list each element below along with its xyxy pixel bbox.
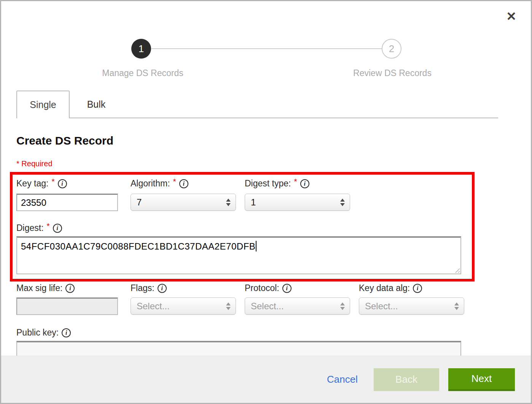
flags-select[interactable]: Select... — [131, 297, 236, 315]
digest-info-icon[interactable]: i — [53, 224, 62, 233]
flags-label: Flags: i — [131, 283, 167, 293]
step-2-indicator: 2 — [382, 39, 401, 59]
key-data-alg-select[interactable]: Select... — [359, 297, 464, 315]
stepper-connector-line — [151, 48, 382, 49]
step-1-indicator: 1 — [131, 39, 151, 59]
max-sig-life-info-icon[interactable]: i — [65, 284, 75, 293]
flags-label-text: Flags: — [131, 283, 155, 293]
algorithm-select[interactable]: 7 — [131, 194, 236, 211]
digest-type-required-star: * — [294, 177, 297, 186]
key-tag-required-star: * — [51, 177, 54, 186]
flags-select-value: Select... — [137, 301, 170, 312]
digest-required-star: * — [47, 221, 50, 231]
step-1-label: Manage DS Records — [82, 68, 204, 78]
digest-label-text: Digest: — [16, 223, 44, 233]
protocol-select[interactable]: Select... — [245, 297, 350, 315]
key-data-alg-select-value: Select... — [365, 301, 398, 312]
protocol-select-value: Select... — [251, 301, 284, 312]
back-button[interactable]: Back — [374, 368, 439, 391]
cancel-button[interactable]: Cancel — [327, 374, 358, 385]
algorithm-required-star: * — [173, 177, 176, 186]
modal-footer: Cancel Back Next — [1, 356, 531, 403]
algorithm-info-icon[interactable]: i — [179, 179, 188, 188]
max-sig-life-input[interactable] — [16, 297, 118, 315]
max-sig-life-label-text: Max sig life: — [16, 283, 62, 293]
key-tag-label-text: Key tag: — [16, 178, 48, 189]
flags-info-icon[interactable]: i — [158, 284, 167, 293]
digest-value: 54FCF030AA1C79C0088FDEC1BD1C37DAA2E70DFB — [21, 241, 255, 251]
protocol-label: Protocol: i — [245, 283, 291, 293]
public-key-info-icon[interactable]: i — [62, 328, 71, 337]
algorithm-select-value: 7 — [137, 197, 142, 208]
protocol-label-text: Protocol: — [245, 283, 279, 293]
algorithm-label: Algorithm: * i — [131, 178, 188, 189]
key-data-alg-label: Key data alg: i — [359, 283, 422, 293]
resize-handle[interactable] — [453, 266, 460, 273]
key-tag-label: Key tag: * i — [16, 178, 67, 189]
next-button[interactable]: Next — [448, 368, 515, 391]
close-icon[interactable]: ✕ — [506, 10, 516, 22]
tab-underline — [70, 118, 498, 118]
key-data-alg-label-text: Key data alg: — [359, 283, 410, 293]
key-tag-info-icon[interactable]: i — [58, 179, 67, 188]
page-title: Create DS Record — [16, 134, 113, 147]
digest-textarea[interactable]: 54FCF030AA1C79C0088FDEC1BD1C37DAA2E70DFB — [16, 236, 461, 274]
protocol-info-icon[interactable]: i — [282, 284, 291, 293]
key-tag-input[interactable] — [16, 194, 118, 211]
max-sig-life-label: Max sig life: i — [16, 283, 75, 293]
required-note: * Required — [16, 159, 53, 168]
digest-type-info-icon[interactable]: i — [300, 179, 309, 188]
select-arrows-icon — [226, 199, 231, 206]
digest-label: Digest: * i — [16, 223, 62, 233]
digest-type-select[interactable]: 1 — [245, 194, 350, 211]
tab-single[interactable]: Single — [16, 91, 70, 118]
public-key-label-text: Public key: — [16, 328, 59, 338]
select-arrows-icon — [340, 302, 345, 310]
key-data-alg-info-icon[interactable]: i — [413, 284, 422, 293]
select-arrows-icon — [454, 302, 459, 310]
select-arrows-icon — [340, 199, 345, 206]
algorithm-label-text: Algorithm: — [131, 178, 170, 189]
digest-type-label-text: Digest type: — [245, 178, 291, 189]
public-key-label: Public key: i — [16, 328, 71, 338]
digest-type-label: Digest type: * i — [245, 178, 309, 189]
create-ds-record-modal: ✕ 1 2 Manage DS Records Review DS Record… — [0, 0, 532, 404]
digest-type-select-value: 1 — [251, 197, 256, 208]
select-arrows-icon — [226, 302, 231, 310]
tab-bulk[interactable]: Bulk — [70, 91, 123, 118]
text-caret — [256, 241, 256, 251]
step-2-label: Review DS Records — [331, 68, 453, 78]
